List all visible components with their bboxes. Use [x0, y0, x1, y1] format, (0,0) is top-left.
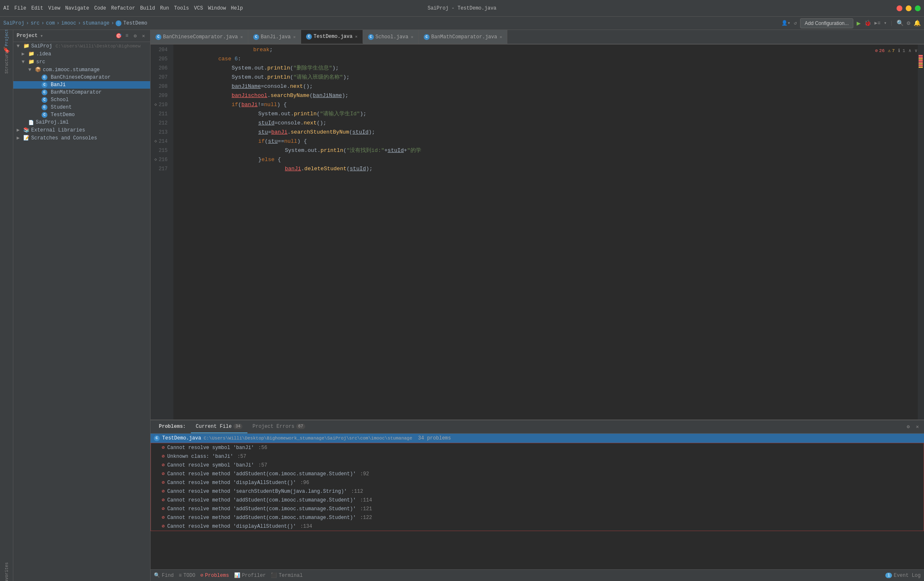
breadcrumb-com[interactable]: com	[46, 20, 55, 26]
expand-errors-button[interactable]: ∨	[914, 46, 917, 55]
tab-label: BanJi.java	[261, 34, 291, 40]
run-button[interactable]: ▶	[857, 19, 861, 27]
problem-item-10[interactable]: ⊘ Cannot resolve method 'displayAllStude…	[151, 522, 924, 531]
tab-testdemo[interactable]: C TestDemo.java ✕	[301, 30, 363, 44]
problem-item-3[interactable]: ⊘ Cannot resolve symbol 'banJi' :57	[151, 461, 924, 469]
favorites-button[interactable]: Favorites	[1, 568, 12, 579]
problem-item-9[interactable]: ⊘ Cannot resolve method 'addStudent(com.…	[151, 513, 924, 522]
tab-project-errors[interactable]: Project Errors 67	[247, 420, 310, 433]
maximize-button[interactable]	[915, 5, 921, 11]
menu-item-help[interactable]: Help	[231, 5, 243, 11]
search-button[interactable]: 🔍	[897, 20, 904, 27]
problem-item-1[interactable]: ⊘ Cannot resolve symbol 'banJi' :56	[151, 443, 924, 452]
java-icon: C	[42, 74, 47, 80]
tab-banchinesecomparator[interactable]: C BanChineseComparator.java ✕	[151, 30, 248, 44]
problem-item-4[interactable]: ⊘ Cannot resolve method 'addStudent(com.…	[151, 469, 924, 478]
close-button[interactable]	[897, 5, 902, 11]
sidebar-collapse-icon[interactable]: ≡	[124, 32, 130, 39]
menu-item-file[interactable]: File	[14, 5, 26, 11]
menu-item-run[interactable]: Run	[160, 5, 169, 11]
menu-item-code[interactable]: Code	[94, 5, 106, 11]
debug-button[interactable]: 🐞	[864, 20, 871, 27]
breadcrumb-stumanage[interactable]: stumanage	[82, 20, 109, 26]
structure-button[interactable]: Structure	[1, 57, 12, 68]
problem-group-testdemo[interactable]: C TestDemo.java C:\Users\Willi\Desktop\B…	[151, 434, 924, 443]
line-205: 205	[151, 55, 170, 64]
problem-item-6[interactable]: ⊘ Cannot resolve method 'searchStudentBy…	[151, 487, 924, 496]
tab-close-icon[interactable]: ✕	[240, 35, 243, 40]
notifications-button[interactable]: 🔔	[914, 20, 921, 27]
profiler-status-item[interactable]: 📊 Profiler	[234, 572, 266, 579]
tab-banji[interactable]: C BanJi.java ✕	[248, 30, 301, 44]
tab-close-icon[interactable]: ✕	[355, 34, 358, 39]
code-line-209: banJischool.searchByName(banJiName);	[173, 91, 918, 100]
library-icon: 📚	[23, 127, 30, 133]
menu-item-vcs[interactable]: VCS	[194, 5, 203, 11]
tree-item-external-libraries[interactable]: ▶ 📚 External Libraries	[13, 126, 150, 134]
add-configuration-button[interactable]: Add Configuration...	[800, 18, 853, 28]
problems-status-icon: ⊘	[200, 572, 203, 579]
menu-item-build[interactable]: Build	[140, 5, 155, 11]
tab-current-file[interactable]: Current File 34	[191, 420, 247, 433]
settings-button[interactable]: ⚙	[907, 20, 910, 27]
tree-item-scratches[interactable]: ▶ 📝 Scratches and Consoles	[13, 134, 150, 142]
panel-close-icon[interactable]: ✕	[914, 424, 921, 430]
tree-item-src[interactable]: ▼ 📁 src	[13, 58, 150, 66]
tree-item-saiprojt[interactable]: ▼ 📁 SaiProj C:\Users\Willi\Desktop\Bigho…	[13, 42, 150, 50]
vcs-icon[interactable]: ↺	[794, 20, 797, 26]
problem-item-8[interactable]: ⊘ Cannot resolve method 'addStudent(com.…	[151, 504, 924, 513]
menu-item-ai[interactable]: AI	[3, 5, 9, 11]
find-status-item[interactable]: 🔍 Find	[154, 572, 174, 579]
minimize-button[interactable]	[906, 5, 912, 11]
tab-banmathcomparator[interactable]: C BanMathComparator.java ✕	[419, 30, 507, 44]
tab-close-icon[interactable]: ✕	[499, 35, 502, 40]
tab-close-icon[interactable]: ✕	[411, 35, 413, 40]
breadcrumb-src[interactable]: src	[31, 20, 40, 26]
collapse-errors-button[interactable]: ∧	[909, 46, 912, 55]
menu-item-tools[interactable]: Tools	[174, 5, 189, 11]
sidebar-options-icon[interactable]: ⚙	[132, 32, 138, 39]
tree-item-banchinesecomparator[interactable]: C BanChineseComparator	[13, 74, 150, 81]
terminal-status-item[interactable]: ⬛ Terminal	[271, 572, 303, 579]
menu-item-window[interactable]: Window	[208, 5, 226, 11]
problem-item-2[interactable]: ⊘ Unknown class: 'banJi' :57	[151, 452, 924, 461]
breadcrumb-saiprojt[interactable]: SaiProj	[3, 20, 24, 26]
problem-message: Cannot resolve method 'addStudent(com.im…	[167, 515, 356, 521]
menu-item-refactor[interactable]: Refactor	[111, 5, 135, 11]
errors-section: ⊘ Cannot resolve symbol 'banJi' :56 ⊘ Un…	[151, 443, 924, 531]
event-log-status-item[interactable]: 1 Event Log	[885, 573, 921, 579]
run-with-coverage-button[interactable]: ▶≡	[875, 20, 880, 26]
tree-item-package[interactable]: ▼ 📦 com.imooc.stumanage	[13, 66, 150, 74]
sidebar-locate-icon[interactable]: 🎯	[115, 32, 122, 39]
problem-item-7[interactable]: ⊘ Cannot resolve method 'addStudent(com.…	[151, 496, 924, 504]
breadcrumb-imooc[interactable]: imooc	[61, 20, 76, 26]
more-run-options[interactable]: ▾	[884, 20, 887, 26]
code-content[interactable]: ⊘ 26 ⚠ 7 ℹ 1 ∧ ∨ break;	[173, 45, 918, 420]
tree-item-banji[interactable]: C BanJi	[13, 81, 150, 89]
java-tab-icon: C	[253, 34, 259, 40]
breadcrumb-testdemo[interactable]: TestDemo	[123, 20, 147, 26]
line-211: 211	[151, 109, 170, 119]
tree-item-school[interactable]: C School	[13, 96, 150, 104]
project-tool-button[interactable]: Project	[1, 32, 12, 43]
tree-item-iml[interactable]: 📄 SaiProj.iml	[13, 119, 150, 126]
todo-status-item[interactable]: ≡ TODO	[179, 573, 195, 579]
iml-icon: 📄	[28, 120, 34, 125]
menu-item-edit[interactable]: Edit	[31, 5, 43, 11]
editor-pane[interactable]: 204 205 206 207 208 209 ◇210 211 212 213…	[151, 45, 924, 420]
tree-item-idea[interactable]: ▶ 📁 .idea	[13, 50, 150, 58]
problems-status-item[interactable]: ⊘ Problems	[200, 572, 229, 579]
tab-school[interactable]: C School.java ✕	[363, 30, 419, 44]
tree-item-testdemo[interactable]: C TestDemo	[13, 111, 150, 119]
tree-item-banmathcomparator[interactable]: C BanMathComparator	[13, 89, 150, 96]
menu-bar[interactable]: AI File Edit View Navigate Code Refactor…	[3, 5, 243, 11]
sidebar-dropdown-icon[interactable]: ▾	[40, 33, 43, 39]
tree-item-student[interactable]: C Student	[13, 104, 150, 111]
panel-settings-icon[interactable]: ⚙	[905, 424, 912, 430]
menu-item-view[interactable]: View	[48, 5, 60, 11]
profile-icon[interactable]: 👤▾	[781, 20, 791, 26]
menu-item-navigate[interactable]: Navigate	[65, 5, 89, 11]
problem-item-5[interactable]: ⊘ Cannot resolve method 'displayAllStude…	[151, 478, 924, 487]
sidebar-close-icon[interactable]: ✕	[140, 32, 147, 39]
tab-close-icon[interactable]: ✕	[293, 35, 296, 40]
